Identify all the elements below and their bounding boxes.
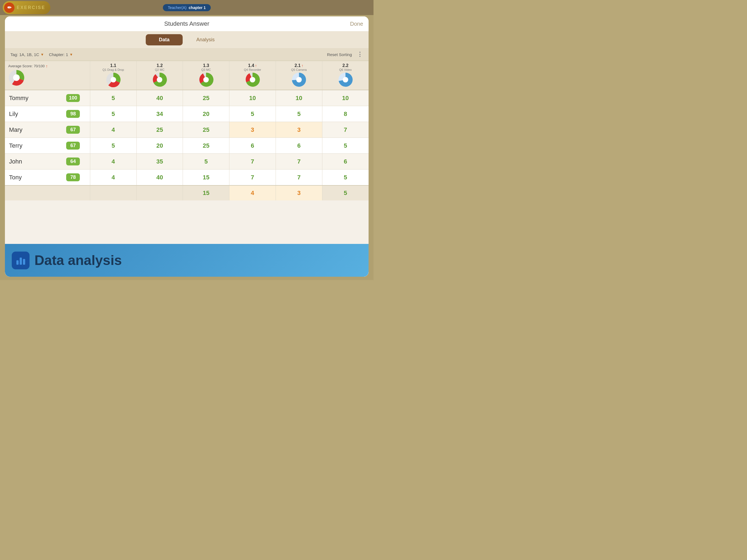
data-cell: 3: [229, 122, 276, 138]
data-cell: 25: [183, 138, 229, 154]
reset-sorting-button[interactable]: Reset Sorting: [327, 52, 352, 57]
q5-type: Q5 Camera: [278, 68, 320, 71]
data-cell: 7: [276, 154, 322, 170]
bottom-q1: [90, 185, 136, 200]
student-score-cell: 67: [56, 138, 90, 154]
data-cell: 4: [90, 170, 136, 186]
header-q4: 1.4 ↑ Q4 Recorder: [229, 61, 276, 90]
q1-number: 1.1: [110, 63, 116, 68]
data-cell: 25: [136, 122, 183, 138]
q5-sort-arrow[interactable]: ↑: [301, 63, 303, 68]
q2-type: Q2 MC: [138, 68, 181, 71]
student-name-cell: Tommy: [5, 90, 56, 106]
q3-number: 1.3: [203, 63, 209, 68]
table-row: Lily9853420558: [5, 106, 368, 122]
q1-type: Q1 Drag & Drop: [92, 68, 135, 71]
bottom-q4: 4: [229, 185, 276, 200]
q4-sort-arrow[interactable]: ↑: [255, 63, 257, 68]
score-badge: 67: [66, 142, 80, 150]
svg-point-9: [250, 77, 255, 82]
data-cell: 5: [322, 138, 368, 154]
student-name-cell: John: [5, 154, 56, 170]
svg-rect-15: [20, 258, 22, 265]
header-q6: 2.2 Q6 Video: [322, 61, 368, 90]
avg-pie-chart: [8, 70, 25, 86]
data-cell: 4: [90, 154, 136, 170]
tag-filter-label: Tag: 1A, 1B, 1C: [10, 52, 39, 57]
q5-number: 2.1: [294, 63, 301, 68]
table-row: Terry6752025665: [5, 138, 368, 154]
bottom-q3: 15: [183, 185, 229, 200]
data-cell: 15: [183, 170, 229, 186]
avg-sort-arrow[interactable]: ↑: [46, 64, 48, 68]
q5-pie: [291, 72, 307, 87]
chapter-dropdown-arrow: ▼: [70, 52, 73, 57]
header-q5: 2.1 ↑ Q5 Camera: [276, 61, 322, 90]
avg-score-cell: Average Score: 70/100 ↑: [5, 61, 90, 90]
data-cell: 34: [136, 106, 183, 122]
svg-point-3: [110, 77, 116, 82]
data-cell: 35: [136, 154, 183, 170]
student-name-cell: Tony: [5, 170, 56, 186]
chapter-filter-label: Chapter: 1: [49, 52, 68, 57]
table-row: John644355776: [5, 154, 368, 170]
q6-type: Q6 Video: [324, 68, 367, 71]
q2-pie: [152, 72, 167, 87]
header-q3: 1.3 Q3 MC: [183, 61, 229, 90]
data-cell: 10: [276, 90, 322, 106]
data-analysis-footer: Data analysis: [5, 244, 368, 277]
bar-chart-icon: [15, 255, 26, 266]
data-cell: 7: [276, 170, 322, 186]
chapter-filter[interactable]: Chapter: 1 ▼: [49, 52, 73, 57]
bottom-q5: 3: [276, 185, 322, 200]
q2-number: 1.2: [157, 63, 163, 68]
table-row: Tony7844015775: [5, 170, 368, 186]
data-cell: 20: [136, 138, 183, 154]
data-cell: 5: [322, 170, 368, 186]
data-cell: 40: [136, 170, 183, 186]
exercise-label: EXERCISE: [17, 5, 45, 10]
data-cell: 25: [183, 90, 229, 106]
score-badge: 98: [66, 110, 80, 118]
data-cell: 8: [322, 106, 368, 122]
q3-pie: [199, 72, 213, 87]
data-cell: 3: [276, 122, 322, 138]
student-name-cell: Lily: [5, 106, 56, 122]
data-cell: 5: [183, 154, 229, 170]
svg-point-13: [343, 77, 348, 82]
avg-score-label-text: Average Score:: [8, 64, 32, 68]
data-cell: 5: [90, 106, 136, 122]
student-name-cell: Terry: [5, 138, 56, 154]
data-cell: 5: [90, 90, 136, 106]
modal-title: Students Answer: [164, 20, 209, 27]
data-cell: 10: [229, 90, 276, 106]
q1-pie: [106, 72, 121, 87]
table-header-row: Average Score: 70/100 ↑: [5, 61, 368, 90]
modal-header: Students Answer Done: [5, 17, 368, 31]
student-score-cell: 100: [56, 90, 90, 106]
data-cell: 5: [276, 106, 322, 122]
footer-chart-icon: [12, 252, 29, 269]
tab-data[interactable]: Data: [146, 34, 183, 45]
score-badge: 78: [66, 173, 80, 181]
tab-analysis[interactable]: Analysis: [183, 34, 228, 45]
tag-dropdown-arrow: ▼: [41, 52, 44, 57]
student-name-cell: Mary: [5, 122, 56, 138]
chapter-label: chapter 1: [189, 5, 206, 10]
data-cell: 7: [229, 154, 276, 170]
table-row: Mary6742525337: [5, 122, 368, 138]
done-button[interactable]: Done: [350, 21, 363, 27]
teacher-tab: Teacher(A) chapter 1: [163, 4, 211, 11]
svg-rect-14: [17, 260, 19, 265]
score-badge: 100: [66, 94, 80, 102]
data-cell: 5: [229, 106, 276, 122]
data-cell: 40: [136, 90, 183, 106]
svg-point-5: [157, 77, 162, 82]
q6-number: 2.2: [342, 63, 349, 68]
data-cell: 20: [183, 106, 229, 122]
tag-filter[interactable]: Tag: 1A, 1B, 1C ▼: [10, 52, 44, 57]
svg-rect-16: [23, 259, 25, 265]
bottom-avg-row: 15 4 3 5: [5, 185, 368, 200]
more-options-button[interactable]: ⋮: [357, 51, 363, 58]
q6-pie: [338, 72, 353, 87]
